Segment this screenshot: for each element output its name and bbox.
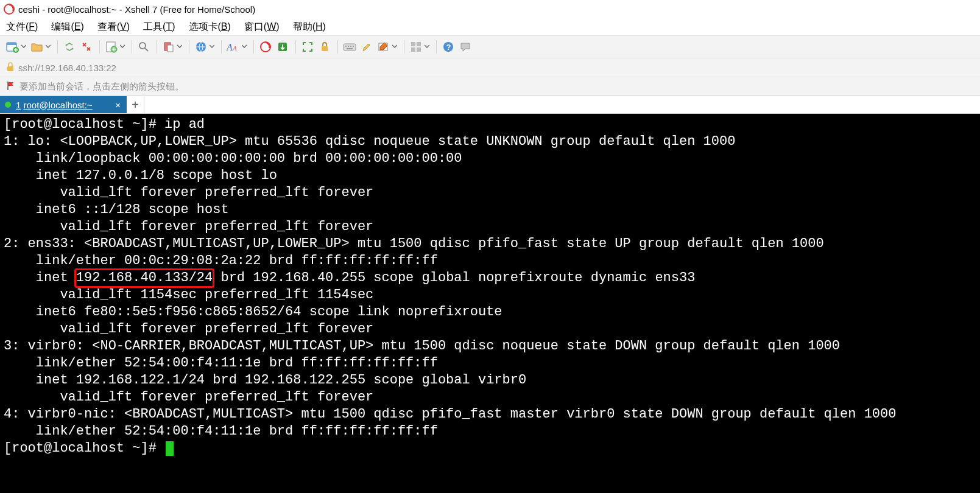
dropdown-icon[interactable] — [209, 44, 215, 49]
svg-text:A: A — [227, 42, 233, 52]
separator — [253, 40, 254, 54]
prompt: [root@localhost ~]# — [4, 117, 164, 132]
svg-point-8 — [139, 43, 146, 49]
new-session-icon[interactable] — [5, 39, 21, 55]
flag-icon — [6, 81, 16, 93]
search-icon[interactable] — [136, 39, 152, 55]
separator — [221, 40, 222, 54]
tab-label: 1 root@localhost:~ — [16, 100, 109, 110]
help-icon[interactable]: ? — [440, 39, 456, 55]
svg-rect-18 — [345, 46, 347, 47]
separator — [99, 40, 100, 54]
menu-tools[interactable]: 工具(T) — [143, 21, 175, 33]
hint-text: 要添加当前会话，点击左侧的箭头按钮。 — [19, 81, 184, 93]
compose-icon[interactable] — [376, 39, 392, 55]
output-line: 3: virbr0: <NO-CARRIER,BROADCAST,MULTICA… — [4, 338, 840, 354]
svg-text:?: ? — [446, 43, 451, 52]
svg-rect-26 — [411, 47, 415, 52]
svg-rect-2 — [7, 43, 16, 45]
separator — [337, 40, 338, 54]
output-line: valid_lft forever preferred_lft forever — [4, 321, 373, 337]
xftp-icon[interactable] — [275, 39, 291, 55]
output-line: valid_lft forever preferred_lft forever — [4, 219, 373, 234]
dropdown-icon[interactable] — [177, 44, 183, 49]
dropdown-icon[interactable] — [119, 44, 125, 49]
separator — [132, 40, 132, 54]
output-line: valid_lft forever preferred_lft forever — [4, 390, 373, 405]
address-bar[interactable]: ssh://192.168.40.133:22 — [0, 58, 980, 77]
output-line: inet 127.0.0.1/8 scope host lo — [4, 168, 277, 183]
menu-view[interactable]: 查看(V) — [97, 21, 130, 33]
output-line: 2: ens33: <BROADCAST,MULTICAST,UP,LOWER_… — [4, 236, 824, 251]
keyboard-icon[interactable] — [342, 39, 358, 55]
svg-rect-25 — [417, 42, 421, 46]
menu-tabs[interactable]: 选项卡(B) — [189, 21, 231, 33]
close-tab-icon[interactable]: × — [115, 100, 121, 110]
command: ip ad — [164, 117, 205, 132]
svg-rect-21 — [353, 46, 354, 47]
svg-point-0 — [4, 4, 14, 14]
separator — [295, 40, 296, 54]
menu-window[interactable]: 窗口(W) — [244, 21, 280, 33]
menu-edit[interactable]: 编辑(E) — [51, 21, 83, 33]
svg-rect-27 — [417, 47, 421, 52]
output-line: valid_lft forever preferred_lft forever — [4, 185, 373, 200]
highlighted-ip: 192.168.40.133/24 — [76, 270, 213, 287]
dropdown-icon[interactable] — [45, 44, 51, 49]
output-line: inet6 ::1/128 scope host — [4, 202, 237, 217]
svg-text:A: A — [232, 44, 237, 52]
tile-icon[interactable] — [408, 39, 424, 55]
address-text: ssh://192.168.40.133:22 — [18, 63, 116, 73]
dropdown-icon[interactable] — [424, 44, 430, 49]
reconnect-icon[interactable] — [62, 39, 77, 55]
output-line: 4: virbr0-nic: <BROADCAST,MULTICAST> mtu… — [4, 407, 896, 422]
output-line: 1: lo: <LOOPBACK,UP,LOWER_UP> mtu 65536 … — [4, 134, 735, 149]
globe-icon[interactable] — [193, 39, 209, 55]
highlighter-icon[interactable] — [359, 39, 375, 55]
chat-icon[interactable] — [457, 39, 473, 55]
svg-rect-19 — [348, 46, 349, 47]
cursor — [166, 441, 174, 456]
svg-rect-17 — [344, 44, 356, 51]
dropdown-icon[interactable] — [21, 44, 27, 49]
output-line: link/ether 00:0c:29:08:2a:22 brd ff:ff:f… — [4, 253, 438, 268]
separator — [57, 40, 58, 54]
svg-point-5 — [72, 48, 74, 50]
font-icon[interactable]: AA — [225, 39, 241, 55]
svg-point-4 — [66, 44, 68, 46]
new-tab-button[interactable]: + — [127, 96, 144, 113]
output-line: inet 192.168.122.1/24 brd 192.168.122.25… — [4, 372, 526, 388]
paste-icon[interactable] — [161, 39, 177, 55]
svg-rect-22 — [347, 48, 353, 49]
hint-bar: 要添加当前会话，点击左侧的箭头按钮。 — [0, 77, 980, 96]
separator — [157, 40, 157, 54]
separator — [189, 40, 189, 54]
xshell-icon[interactable] — [258, 39, 273, 55]
output-line: valid_lft 1154sec preferred_lft 1154sec — [4, 287, 373, 302]
separator — [436, 40, 437, 54]
prompt: [root@localhost ~]# — [4, 441, 164, 456]
dropdown-icon[interactable] — [241, 44, 247, 49]
open-icon[interactable] — [29, 39, 45, 55]
fullscreen-icon[interactable] — [300, 39, 316, 55]
menu-help[interactable]: 帮助(H) — [293, 21, 326, 33]
lock-icon[interactable] — [317, 39, 333, 55]
svg-rect-20 — [350, 46, 351, 47]
toolbar: AA ? — [0, 35, 980, 58]
output-line: inet6 fe80::5e5:f956:c865:8652/64 scope … — [4, 304, 510, 320]
output-line: link/ether 52:54:00:f4:11:1e brd ff:ff:f… — [4, 355, 438, 371]
tab-bar: 1 root@localhost:~ × + — [0, 96, 980, 114]
disconnect-icon[interactable] — [79, 39, 94, 55]
output-line: inet — [4, 270, 76, 285]
window-title: ceshi - root@localhost:~ - Xshell 7 (Fre… — [18, 4, 255, 15]
menu-file[interactable]: 文件(F) — [6, 21, 38, 33]
app-icon — [4, 4, 15, 15]
menu-bar: 文件(F) 编辑(E) 查看(V) 工具(T) 选项卡(B) 窗口(W) 帮助(… — [0, 18, 980, 35]
separator — [404, 40, 404, 54]
ssl-lock-icon — [6, 62, 15, 74]
terminal[interactable]: [root@localhost ~]# ip ad 1: lo: <LOOPBA… — [0, 114, 980, 493]
svg-rect-30 — [7, 66, 13, 71]
dropdown-icon[interactable] — [392, 44, 398, 49]
session-tab[interactable]: 1 root@localhost:~ × — [0, 96, 127, 113]
properties-icon[interactable] — [104, 39, 119, 55]
